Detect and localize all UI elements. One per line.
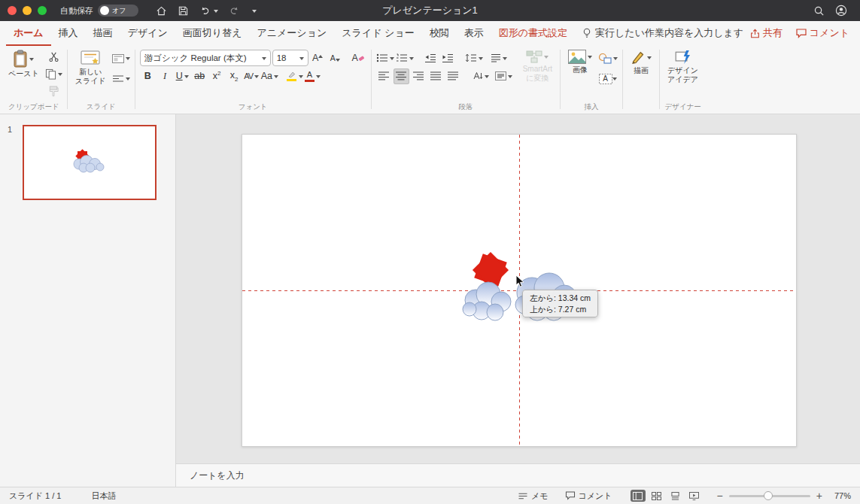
- new-slide-icon: [81, 50, 100, 66]
- zoom-percentage[interactable]: 77%: [834, 491, 851, 500]
- columns-button[interactable]: [491, 50, 507, 66]
- draw-button[interactable]: 描画: [628, 49, 655, 76]
- indent-increase-icon: [442, 53, 454, 62]
- slide-section-button[interactable]: [112, 71, 130, 87]
- toolbar-options-chevron-icon[interactable]: [251, 8, 257, 14]
- comments-label: コメント: [810, 26, 849, 40]
- tab-review[interactable]: 校閲: [422, 21, 457, 46]
- justify-icon: [430, 71, 441, 80]
- tell-me-box[interactable]: 実行したい作業内容を入力します: [582, 26, 743, 40]
- comment-bubble-icon: [565, 491, 576, 500]
- text-highlight-button[interactable]: [286, 68, 303, 84]
- close-button[interactable]: [8, 6, 17, 15]
- zoom-slider-thumb[interactable]: [764, 491, 773, 500]
- tab-draw[interactable]: 描画: [86, 21, 120, 46]
- zoom-in-button[interactable]: +: [815, 490, 824, 502]
- align-center-icon: [396, 71, 406, 80]
- insert-picture-button[interactable]: 画像: [565, 49, 595, 75]
- zoom-out-button[interactable]: −: [716, 490, 725, 502]
- font-name-select[interactable]: 游ゴシック Regular (本文): [140, 50, 271, 66]
- window-controls: [8, 6, 47, 15]
- copy-icon: [45, 68, 56, 80]
- font-color-swatch: [305, 80, 315, 82]
- superscript-button[interactable]: x2: [209, 68, 225, 84]
- align-right-icon: [413, 71, 424, 80]
- tab-home[interactable]: ホーム: [6, 21, 51, 46]
- strikethrough-button[interactable]: ab: [192, 68, 208, 84]
- fullscreen-button[interactable]: [38, 6, 47, 15]
- redo-button[interactable]: [229, 5, 240, 17]
- slide-thumbnail-1[interactable]: [23, 125, 157, 200]
- change-case-button[interactable]: Aa: [261, 68, 278, 84]
- italic-button[interactable]: I: [157, 68, 173, 84]
- numbering-button[interactable]: [396, 50, 414, 66]
- share-button[interactable]: 共有: [750, 26, 783, 40]
- design-ideas-button[interactable]: デザイン アイデア: [664, 49, 701, 85]
- slideshow-view-button[interactable]: [687, 490, 702, 502]
- highlight-color-swatch: [287, 79, 296, 81]
- ribbon: ペースト クリップボード 新しい スライド: [0, 45, 860, 114]
- justify-button[interactable]: [428, 68, 444, 84]
- slide-editing-surface[interactable]: 左から: 13.34 cm 上から: 7.27 cm: [242, 134, 797, 447]
- normal-view-button[interactable]: [631, 490, 646, 502]
- paste-button[interactable]: ペースト: [5, 49, 42, 79]
- new-slide-button[interactable]: 新しい スライド: [72, 49, 109, 87]
- slide-sorter-view-button[interactable]: [649, 490, 664, 502]
- tab-view[interactable]: 表示: [457, 21, 491, 46]
- character-spacing-button[interactable]: AV: [244, 68, 260, 84]
- undo-button[interactable]: [199, 5, 218, 17]
- increase-font-size-button[interactable]: A: [310, 50, 326, 66]
- tab-transitions[interactable]: 画面切り替え: [175, 21, 250, 46]
- notes-toggle-button[interactable]: メモ: [518, 490, 549, 502]
- account-icon[interactable]: [835, 5, 847, 17]
- language-indicator[interactable]: 日本語: [92, 490, 117, 502]
- tab-animations[interactable]: アニメーション: [249, 21, 334, 46]
- convert-to-smartart-button[interactable]: SmartArt に変換: [520, 49, 555, 83]
- decrease-font-size-button[interactable]: A: [327, 50, 343, 66]
- autosave-toggle[interactable]: オフ: [98, 5, 138, 17]
- line-spacing-button[interactable]: [465, 50, 483, 66]
- slide-layout-button[interactable]: [112, 50, 130, 66]
- underline-button[interactable]: U: [175, 68, 190, 84]
- decrease-indent-button[interactable]: [423, 50, 439, 66]
- save-icon[interactable]: [178, 5, 189, 17]
- smartart-icon: [526, 50, 542, 63]
- minimize-button[interactable]: [23, 6, 32, 15]
- notes-pane[interactable]: ノートを入力: [176, 463, 860, 487]
- tab-shape-format[interactable]: 図形の書式設定: [491, 21, 575, 46]
- tab-slideshow[interactable]: スライド ショー: [334, 21, 421, 46]
- insert-textbox-button[interactable]: A: [598, 71, 618, 87]
- align-right-button[interactable]: [411, 68, 427, 84]
- font-name-value: 游ゴシック Regular (本文): [144, 53, 247, 64]
- subscript-button[interactable]: x2: [226, 68, 242, 84]
- align-center-button[interactable]: [394, 68, 409, 84]
- cut-button[interactable]: [45, 49, 62, 65]
- font-size-select[interactable]: 18: [272, 50, 308, 66]
- format-painter-button[interactable]: [45, 83, 62, 99]
- increase-indent-button[interactable]: [440, 50, 456, 66]
- layout-icon: [112, 54, 124, 63]
- undo-menu-chevron-icon[interactable]: [214, 10, 218, 15]
- bullets-button[interactable]: [376, 50, 394, 66]
- text-direction-button[interactable]: [472, 68, 489, 84]
- font-color-button[interactable]: A: [305, 68, 321, 84]
- comments-button[interactable]: コメント: [796, 26, 849, 40]
- align-text-vertical-button[interactable]: [495, 68, 512, 84]
- copy-button[interactable]: [45, 66, 62, 82]
- reading-view-button[interactable]: [668, 490, 683, 502]
- search-icon[interactable]: [813, 5, 825, 17]
- cloud-shape-left[interactable]: [463, 282, 511, 320]
- zoom-slider[interactable]: [729, 495, 810, 497]
- clear-formatting-button[interactable]: A: [351, 50, 366, 66]
- slide-canvas-area: 左から: 13.34 cm 上から: 7.27 cm: [176, 114, 860, 463]
- insert-shapes-button[interactable]: [598, 50, 618, 66]
- home-icon[interactable]: [156, 5, 167, 17]
- group-label-clipboard: クリップボード: [2, 102, 66, 112]
- comments-toggle-button[interactable]: コメント: [565, 490, 612, 502]
- align-left-button[interactable]: [376, 68, 392, 84]
- bold-button[interactable]: B: [140, 68, 156, 84]
- insert-picture-label: 画像: [573, 65, 588, 74]
- distribute-text-button[interactable]: [445, 68, 461, 84]
- tab-design[interactable]: デザイン: [120, 21, 175, 46]
- tab-insert[interactable]: 挿入: [51, 21, 86, 46]
